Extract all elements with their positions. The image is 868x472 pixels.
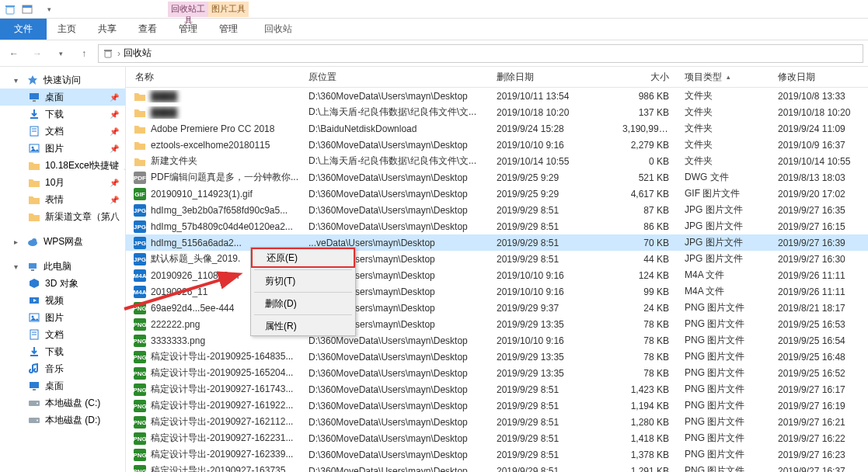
- cell-type: PNG 图片文件: [678, 415, 772, 429]
- header-original-location[interactable]: 原位置: [302, 71, 490, 84]
- ribbon-tab-picture-manage[interactable]: 图片工具 管理: [208, 19, 249, 40]
- sidebar-item-desktop[interactable]: 桌面: [0, 377, 125, 394]
- qat-properties-icon[interactable]: [20, 2, 34, 16]
- breadcrumb[interactable]: › 回收站: [98, 44, 863, 63]
- svg-rect-3: [23, 5, 32, 8]
- table-row[interactable]: 新建文件夹 D:\上海天盾-纪良伟数据\纪良伟文件\文... 2019/10/1…: [126, 153, 868, 169]
- table-row[interactable]: Adobe Premiere Pro CC 2018 D:\BaiduNetdi…: [126, 120, 868, 137]
- sidebar-item-download[interactable]: 下载📌: [0, 106, 125, 123]
- sidebar-item-drive[interactable]: 本地磁盘 (C:): [0, 394, 125, 411]
- table-row[interactable]: PDFPDF编辑问题真是多，一分钟教你... D:\360MoveData\Us…: [126, 169, 868, 186]
- folder-icon: [28, 159, 40, 172]
- cell-original-location: D:\上海天盾-纪良伟数据\纪良伟文件\文...: [302, 106, 490, 119]
- table-row[interactable]: PNG69ae92d4...5ee-444 ...veData\Users\ma…: [126, 300, 868, 316]
- table-row[interactable]: JPGhdImg_57b4809c04d4e0120ea2... D:\360M…: [126, 218, 868, 234]
- menu-item[interactable]: 还原(E): [251, 248, 355, 268]
- table-row[interactable]: PNG稿定设计导出-20190925-164835... D:\360MoveD…: [126, 349, 868, 365]
- cell-size: 0 KB: [616, 156, 678, 167]
- table-row[interactable]: PNG稿定设计导出-20190927-161743... D:\360MoveD…: [126, 381, 868, 397]
- svg-rect-8: [33, 100, 36, 102]
- file-name: 稿定设计导出-20190927-161922...: [151, 399, 293, 412]
- svg-rect-28: [33, 389, 36, 390]
- sidebar-wps[interactable]: ▸ WPS网盘: [0, 233, 125, 250]
- table-row[interactable]: PNG稿定设计导出-20190925-165204... D:\360MoveD…: [126, 365, 868, 381]
- table-row[interactable]: eztools-excelhome20180115 D:\360MoveData…: [126, 137, 868, 153]
- cell-size: 1,423 KB: [616, 384, 678, 395]
- cell-size: 1,280 KB: [616, 417, 678, 428]
- file-list: 名称 原位置 删除日期 大小 项目类型▴ 修改日期 ████ D:\360Mov…: [126, 67, 868, 472]
- sidebar-item-label: 表情: [45, 193, 64, 206]
- qat-dropdown-icon[interactable]: ▾: [42, 2, 56, 16]
- sidebar-item-video[interactable]: 视频: [0, 292, 125, 309]
- sidebar-item-pic[interactable]: 图片📌: [0, 140, 125, 157]
- header-name[interactable]: 名称: [126, 71, 302, 84]
- ribbon-tab-share[interactable]: 共享: [87, 19, 127, 40]
- table-row[interactable]: M4A20190926_110829.m ...veData\Users\may…: [126, 267, 868, 283]
- sidebar-item-folder[interactable]: 表情📌: [0, 191, 125, 208]
- table-row[interactable]: PNG稿定设计导出-20190927-163735 D:\360MoveData…: [126, 463, 868, 472]
- sidebar-item-drive[interactable]: 本地磁盘 (D:): [0, 411, 125, 429]
- header-size[interactable]: 大小: [616, 71, 678, 84]
- table-row[interactable]: JPG默认标题_头像_2019. ...veData\Users\mayn\De…: [126, 251, 868, 267]
- file-name: 222222.png: [151, 319, 200, 330]
- table-row[interactable]: GIF20190910_114923(1).gif D:\360MoveData…: [126, 186, 868, 202]
- chevron-down-icon: ▾: [14, 262, 22, 271]
- png-icon: PNG: [134, 432, 146, 446]
- sidebar-item-doc[interactable]: 文档📌: [0, 123, 125, 140]
- jpg-icon: JPG: [134, 253, 146, 266]
- sidebar-item-label: 10.18Excel快捷键: [45, 159, 119, 172]
- table-row[interactable]: PNG稿定设计导出-20190927-162112... D:\360MoveD…: [126, 414, 868, 430]
- sidebar-item-music[interactable]: 音乐: [0, 360, 125, 377]
- sidebar-item-pic[interactable]: 图片: [0, 309, 125, 326]
- sidebar-item-3d[interactable]: 3D 对象: [0, 275, 125, 292]
- sidebar-item-doc[interactable]: 文档: [0, 326, 125, 343]
- file-name: 20190926_11: [151, 286, 207, 297]
- sort-asc-icon: ▴: [727, 73, 730, 81]
- file-name: hdImg_5156a6ada2...: [151, 238, 242, 248]
- sidebar-item-folder[interactable]: 新渠道文章（第八📌: [0, 208, 125, 225]
- cell-date-modified: 2019/10/9 16:37: [772, 140, 868, 151]
- ribbon-tab-view[interactable]: 查看: [127, 19, 168, 40]
- header-item-type[interactable]: 项目类型▴: [678, 71, 772, 84]
- svg-point-32: [37, 420, 38, 422]
- navigation-pane: ▾ 快速访问 桌面📌下载📌文档📌图片📌10.18Excel快捷键📌10月📌表情📌…: [0, 67, 126, 472]
- drive-icon: [28, 397, 40, 409]
- menu-item[interactable]: 剪切(T): [251, 272, 355, 290]
- nav-forward-icon[interactable]: →: [28, 44, 47, 63]
- table-row[interactable]: PNG222222.png ...veData\Users\mayn\Deskt…: [126, 316, 868, 332]
- menu-item[interactable]: 删除(D): [251, 294, 355, 313]
- ribbon-tab-recycle-manage[interactable]: 回收站工具 管理: [168, 19, 208, 40]
- table-row[interactable]: JPGhdImg_5156a6ada2... ...veData\Users\m…: [126, 234, 868, 251]
- sidebar-this-pc[interactable]: ▾ 此电脑: [0, 258, 125, 275]
- gif-icon: GIF: [134, 188, 146, 201]
- nav-back-icon[interactable]: ←: [5, 44, 23, 63]
- nav-recent-icon[interactable]: ▾: [51, 44, 70, 63]
- table-row[interactable]: PNG稿定设计导出-20190927-162231... D:\360MoveD…: [126, 430, 868, 446]
- sidebar-quick-access[interactable]: ▾ 快速访问: [0, 71, 125, 88]
- table-row[interactable]: PNG稿定设计导出-20190927-161922... D:\360MoveD…: [126, 397, 868, 414]
- cell-date-deleted: 2019/10/10 9:16: [490, 286, 616, 297]
- 3d-icon: [28, 277, 40, 290]
- table-row[interactable]: M4A20190926_11 ...veData\Users\mayn\Desk…: [126, 283, 868, 300]
- menu-item[interactable]: 属性(R): [251, 317, 355, 335]
- sidebar-item-desktop[interactable]: 桌面📌: [0, 88, 125, 106]
- ribbon-tab-file[interactable]: 文件: [0, 19, 47, 40]
- nav-up-icon[interactable]: ↑: [75, 44, 93, 63]
- sidebar-item-folder[interactable]: 10.18Excel快捷键📌: [0, 157, 125, 174]
- svg-rect-9: [30, 117, 38, 119]
- header-date-deleted[interactable]: 删除日期: [490, 71, 616, 84]
- table-row[interactable]: PNG稿定设计导出-20190927-162339... D:\360MoveD…: [126, 446, 868, 463]
- folder-icon: [28, 210, 40, 223]
- sidebar-item-folder[interactable]: 10月📌: [0, 174, 125, 191]
- table-row[interactable]: PNG3333333.png D:\360MoveData\Users\mayn…: [126, 332, 868, 349]
- cell-date-modified: 2019/9/27 16:23: [772, 449, 868, 460]
- file-name: 稿定设计导出-20190927-162339...: [151, 448, 293, 461]
- ribbon-tab-home[interactable]: 主页: [47, 19, 87, 40]
- table-row[interactable]: JPGhdImg_3eb2b0a7f658fd90c9a5... D:\360M…: [126, 202, 868, 218]
- header-date-modified[interactable]: 修改日期: [772, 71, 868, 84]
- table-row[interactable]: ████ D:\360MoveData\Users\mayn\Desktop 2…: [126, 88, 868, 104]
- cell-type: PNG 图片文件: [678, 383, 772, 396]
- sidebar-item-download[interactable]: 下载: [0, 343, 125, 360]
- sidebar-item-label: 文档: [45, 328, 64, 342]
- table-row[interactable]: ████ D:\上海天盾-纪良伟数据\纪良伟文件\文... 2019/10/18…: [126, 104, 868, 120]
